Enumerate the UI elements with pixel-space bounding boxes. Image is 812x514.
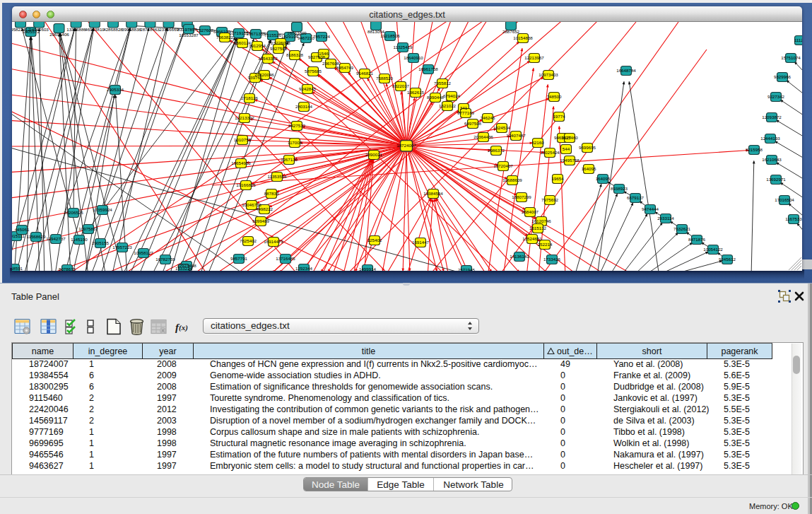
svg-text:1499914: 1499914 <box>359 267 377 271</box>
svg-text:10958127: 10958127 <box>134 250 153 255</box>
svg-text:9242845: 9242845 <box>299 86 317 91</box>
svg-text:6679137: 6679137 <box>627 195 645 200</box>
svg-text:2718126: 2718126 <box>241 95 259 100</box>
svg-text:8078673: 8078673 <box>59 267 76 271</box>
svg-text:7588520: 7588520 <box>376 76 394 81</box>
svg-text:20364436: 20364436 <box>473 134 493 139</box>
svg-text:2986372: 2986372 <box>488 148 505 153</box>
svg-text:18724007: 18724007 <box>396 143 416 148</box>
svg-text:9699695: 9699695 <box>579 145 596 150</box>
svg-text:7955812: 7955812 <box>434 81 452 86</box>
svg-text:7632621: 7632621 <box>673 226 691 231</box>
svg-text:8186328: 8186328 <box>286 52 304 57</box>
svg-text:9227342: 9227342 <box>767 94 785 99</box>
svg-text:8990448: 8990448 <box>427 95 445 100</box>
svg-text:2684007: 2684007 <box>522 209 539 214</box>
svg-text:16543382: 16543382 <box>258 56 278 61</box>
svg-text:1527602: 1527602 <box>196 28 214 33</box>
svg-text:16033809: 16033809 <box>287 30 307 35</box>
svg-text:887833: 887833 <box>264 191 279 196</box>
svg-text:23756669: 23756669 <box>159 27 179 32</box>
svg-text:748500: 748500 <box>547 94 562 99</box>
svg-text:14136141: 14136141 <box>510 254 529 259</box>
svg-text:252214: 252214 <box>538 242 553 247</box>
svg-text:10407487: 10407487 <box>506 133 526 138</box>
svg-text:1691447: 1691447 <box>412 240 430 245</box>
svg-text:17957223: 17957223 <box>112 245 132 250</box>
svg-text:16914479: 16914479 <box>264 239 283 244</box>
svg-text:9327503: 9327503 <box>270 46 288 51</box>
svg-text:7515526: 7515526 <box>264 33 282 37</box>
svg-text:9245612: 9245612 <box>719 257 736 262</box>
svg-text:19384554: 19384554 <box>423 191 443 196</box>
svg-text:1292344: 1292344 <box>295 266 313 271</box>
svg-text:15720407: 15720407 <box>493 163 513 168</box>
svg-text:46913810: 46913810 <box>85 27 105 32</box>
svg-text:11325419: 11325419 <box>393 45 413 49</box>
svg-text:1145190: 1145190 <box>71 237 88 242</box>
svg-text:1615132: 1615132 <box>529 226 547 230</box>
svg-text:10054122: 10054122 <box>703 247 723 252</box>
svg-text:18807299: 18807299 <box>512 194 531 199</box>
svg-text:16782759: 16782759 <box>155 257 175 262</box>
svg-text:341: 341 <box>460 105 468 110</box>
svg-text:7975692: 7975692 <box>541 197 559 202</box>
svg-text:42868828: 42868828 <box>103 27 123 32</box>
svg-text:7663822: 7663822 <box>216 35 234 40</box>
svg-text:15751074: 15751074 <box>781 55 801 60</box>
svg-text:83197857: 83197857 <box>177 27 197 32</box>
svg-text:9777169: 9777169 <box>457 110 475 115</box>
svg-text:10973403: 10973403 <box>539 72 558 77</box>
svg-text:1733426: 1733426 <box>543 257 561 262</box>
svg-text:3912954: 3912954 <box>249 43 266 48</box>
svg-text:164095: 164095 <box>582 166 596 171</box>
svg-text:1010752: 1010752 <box>234 137 252 142</box>
svg-text:9099489: 9099489 <box>252 218 270 223</box>
svg-text:2905334: 2905334 <box>107 87 124 92</box>
svg-text:8215958: 8215958 <box>746 147 763 152</box>
svg-text:19774: 19774 <box>553 114 565 119</box>
svg-text:(x): (x) <box>179 323 188 332</box>
svg-text:23226058: 23226058 <box>271 40 290 45</box>
svg-text:10553287: 10553287 <box>179 33 199 37</box>
svg-text:1362615: 1362615 <box>407 90 425 95</box>
svg-text:19218506: 19218506 <box>380 33 400 38</box>
svg-text:16120746: 16120746 <box>531 218 551 223</box>
svg-text:11123: 11123 <box>794 37 802 42</box>
svg-text:12942737: 12942737 <box>46 236 66 241</box>
svg-text:6794024: 6794024 <box>443 93 461 98</box>
svg-text:39958838: 39958838 <box>122 27 141 32</box>
svg-text:6466100: 6466100 <box>213 29 231 34</box>
svg-text:20691406: 20691406 <box>49 32 69 37</box>
svg-text:28728463: 28728463 <box>140 27 160 32</box>
svg-text:9146821: 9146821 <box>356 71 374 76</box>
svg-text:10671355: 10671355 <box>246 31 266 36</box>
svg-text:8938923: 8938923 <box>611 186 628 191</box>
svg-text:7625402: 7625402 <box>240 238 257 243</box>
svg-text:9467210: 9467210 <box>298 35 315 40</box>
svg-text:2458591: 2458591 <box>12 266 23 271</box>
svg-text:2887652: 2887652 <box>502 29 520 34</box>
svg-text:4498222: 4498222 <box>256 206 273 211</box>
svg-text:939761: 939761 <box>248 75 263 80</box>
svg-text:19654: 19654 <box>551 176 564 181</box>
svg-text:445061: 445061 <box>15 227 30 232</box>
svg-text:13716485: 13716485 <box>276 256 295 261</box>
svg-text:17016504: 17016504 <box>775 197 794 202</box>
svg-text:10154838: 10154838 <box>513 35 533 40</box>
svg-text:10975867: 10975867 <box>78 226 98 231</box>
svg-text:1546: 1546 <box>319 51 329 56</box>
svg-text:1621022: 1621022 <box>439 103 457 108</box>
svg-text:3915111: 3915111 <box>12 233 25 238</box>
svg-text:9474444: 9474444 <box>642 206 659 211</box>
svg-text:125402: 125402 <box>367 238 382 243</box>
svg-text:8322037: 8322037 <box>392 83 410 88</box>
svg-text:12213967: 12213967 <box>524 55 544 60</box>
svg-text:20206526: 20206526 <box>64 210 83 215</box>
svg-text:10688609: 10688609 <box>502 177 522 182</box>
svg-text:8471876: 8471876 <box>688 237 706 242</box>
svg-text:2803144: 2803144 <box>295 104 313 109</box>
svg-text:7857224: 7857224 <box>313 34 331 39</box>
svg-text:117004: 117004 <box>288 140 302 145</box>
svg-text:1405572: 1405572 <box>23 29 40 34</box>
